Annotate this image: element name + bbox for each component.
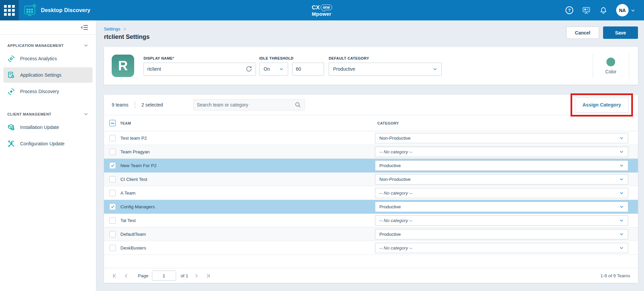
default-category-label: DEFAULT CATEGORY: [329, 56, 442, 60]
teams-table-card: 9 teams 2 selected Assign Category TEAM: [104, 95, 638, 283]
chevron-down-icon: [84, 43, 89, 48]
category-select[interactable]: Productive: [375, 229, 628, 239]
row-checkbox[interactable]: [109, 245, 116, 251]
training-board-button[interactable]: [582, 6, 591, 15]
sidebar-item-process-analytics[interactable]: Process Analytics: [3, 51, 93, 66]
team-name: Tal Test: [120, 218, 375, 223]
select-all-checkbox[interactable]: [109, 120, 116, 126]
team-name: Config Managers: [120, 204, 375, 209]
last-page-button[interactable]: [205, 273, 211, 279]
sidebar-item-application-settings[interactable]: Application Settings: [3, 67, 93, 83]
sidebar-item-label: Configuration Update: [20, 141, 64, 146]
category-select[interactable]: -- No category --: [375, 188, 628, 198]
row-checkbox[interactable]: [109, 231, 116, 237]
toolbar-divider: [135, 101, 135, 108]
chevron-down-icon: [619, 163, 624, 168]
display-name-input[interactable]: [147, 66, 246, 72]
sidebar-item-label: Process Discovery: [20, 89, 59, 94]
top-header: Desktop Discovery CX one Mpower ?: [0, 0, 644, 20]
user-avatar: NA: [616, 4, 629, 16]
table-row: Test team P2 Non-Productive: [104, 131, 638, 145]
category-select[interactable]: Productive: [375, 202, 628, 212]
row-checkbox[interactable]: [109, 190, 116, 196]
assign-category-button[interactable]: Assign Category: [575, 97, 629, 113]
team-search: [193, 99, 305, 111]
section-client-management[interactable]: CLIENT MANAGEMENT: [0, 100, 96, 119]
row-checkbox[interactable]: [109, 162, 116, 169]
table-header-row: TEAM CATEGORY: [104, 115, 638, 131]
color-swatch[interactable]: [606, 58, 615, 66]
table-row: CI Client Test Non-Productive: [104, 172, 638, 186]
save-button[interactable]: Save: [603, 26, 638, 39]
category-select[interactable]: Non-Productive: [375, 174, 628, 185]
sidebar-item-label: Application Settings: [20, 72, 61, 78]
row-checkbox[interactable]: [109, 149, 116, 155]
sidebar-item-installation-update[interactable]: Installation Update: [3, 120, 93, 135]
chevron-down-icon: [619, 204, 624, 209]
row-checkbox[interactable]: [109, 135, 116, 141]
chevron-down-icon: [84, 112, 89, 117]
chevron-down-icon: [619, 149, 624, 154]
reset-icon[interactable]: [246, 66, 252, 72]
idle-threshold-seconds-input[interactable]: [296, 66, 320, 72]
category-select[interactable]: Non-Productive: [375, 133, 628, 143]
page-number-input[interactable]: [152, 271, 176, 281]
chevron-down-icon: [619, 177, 624, 181]
category-select[interactable]: Productive: [375, 160, 628, 171]
row-checkbox[interactable]: [109, 204, 116, 210]
table-body: Test team P2 Non-Productive Team Pragyan…: [104, 131, 638, 255]
section-label: APPLICATION MANAGEMENT: [7, 44, 64, 48]
idle-threshold-toggle-select[interactable]: On: [259, 63, 288, 76]
first-page-button[interactable]: [112, 273, 117, 279]
installation-update-icon: [7, 124, 15, 131]
teams-count: 9 teams: [112, 102, 128, 107]
chevron-down-icon: [279, 67, 284, 71]
team-name: CI Client Test: [120, 177, 375, 182]
previous-page-button[interactable]: [123, 273, 129, 279]
cancel-button[interactable]: Cancel: [566, 26, 599, 39]
process-discovery-icon: [7, 88, 15, 95]
row-checkbox[interactable]: [109, 217, 116, 224]
sidebar-item-process-discovery[interactable]: Process Discovery: [3, 84, 93, 99]
default-category-select[interactable]: Productive: [329, 63, 442, 76]
idle-threshold-field-group: IDLE THRESHOLD On: [259, 56, 324, 76]
app-launcher-button[interactable]: [0, 0, 19, 20]
sidebar-item-label: Process Analytics: [20, 56, 57, 61]
color-label: Color: [605, 69, 616, 74]
sidebar-item-configuration-update[interactable]: Configuration Update: [3, 136, 93, 151]
default-category-field-group: DEFAULT CATEGORY Productive: [329, 56, 442, 76]
table-row: A Team -- No category --: [104, 186, 638, 200]
team-search-input[interactable]: [197, 102, 294, 107]
search-icon[interactable]: [294, 101, 301, 108]
breadcrumb: Settings >: [104, 26, 150, 31]
table-row: DeskBusters -- No category --: [104, 241, 638, 255]
column-header-category: CATEGORY: [375, 121, 628, 125]
pagination-bar: Page of 1 1-9 of 9 Teams: [104, 268, 638, 283]
category-select[interactable]: -- No category --: [375, 243, 628, 253]
next-page-button[interactable]: [194, 273, 199, 279]
section-application-management[interactable]: APPLICATION MANAGEMENT: [0, 35, 96, 50]
user-menu[interactable]: NA: [616, 4, 635, 16]
sidebar-collapse-icon[interactable]: [80, 23, 89, 31]
team-name: A Team: [120, 191, 375, 196]
team-name: DefaultTeam: [120, 232, 375, 237]
idle-threshold-label: IDLE THRESHOLD: [259, 56, 324, 60]
category-select[interactable]: -- No category --: [375, 215, 628, 226]
annotation-highlight-box: Assign Category: [571, 93, 633, 117]
team-name: DeskBusters: [120, 245, 375, 250]
table-row: Tal Test -- No category --: [104, 214, 638, 227]
configuration-update-icon: [7, 140, 15, 148]
column-header-team: TEAM: [120, 121, 375, 125]
presentation-board-icon: [582, 6, 591, 15]
notifications-button[interactable]: [599, 6, 607, 14]
main-content: Settings > rtclient Settings Cancel Save…: [96, 20, 644, 291]
team-name: New Team For P2: [120, 163, 375, 168]
category-select[interactable]: -- No category --: [375, 147, 628, 157]
display-name-field-group: DISPLAY NAME*: [144, 56, 256, 76]
selected-count: 2 selected: [142, 102, 163, 107]
breadcrumb-settings-link[interactable]: Settings: [104, 26, 120, 31]
color-picker[interactable]: Color: [593, 54, 629, 78]
process-analytics-icon: [7, 55, 15, 63]
row-checkbox[interactable]: [109, 176, 116, 183]
help-button[interactable]: ?: [566, 6, 573, 14]
